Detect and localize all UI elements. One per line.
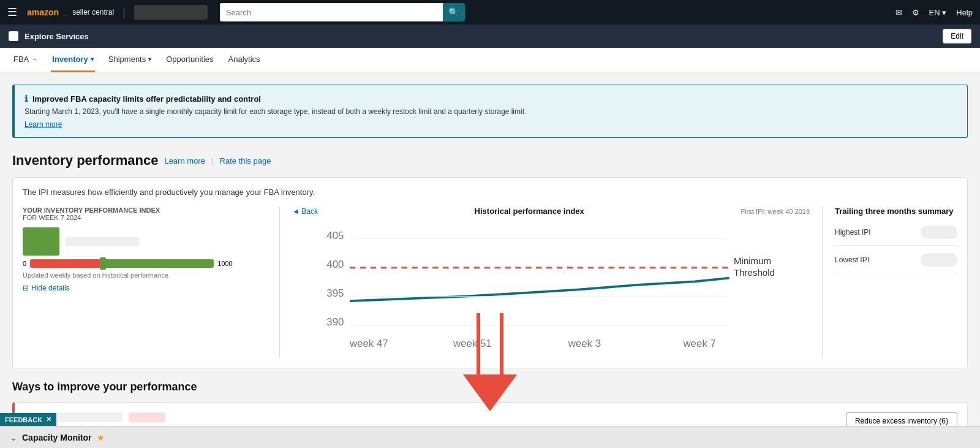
language-selector[interactable]: EN ▾ [929,8,947,17]
amazon-logo: amazon [27,7,59,17]
highest-ipi-label: Highest IPI [835,228,871,237]
inventory-performance-title: Inventory performance Learn more | Rate … [12,153,968,169]
ipi-score-blurred [66,237,139,246]
hamburger-menu[interactable]: ☰ [7,6,17,19]
explore-services-label: Explore Services [24,32,89,41]
top-navigation: ☰ amazon ﹏ seller central | 🔍 ✉ ⚙ EN ▾ H… [0,0,980,25]
historical-chart: 405 400 395 390 Minimum Threshold week 4… [292,218,810,356]
search-container: 🔍 [220,3,465,21]
highest-ipi-value [921,226,957,239]
capacity-monitor-bar: ⌄ Capacity Monitor ★ [0,426,980,448]
inventory-chevron: ▾ [91,56,94,63]
svg-text:week 7: week 7 [682,338,715,349]
svg-text:405: 405 [326,230,344,241]
seller-central-text: seller central [72,8,114,17]
info-banner-title: ℹ Improved FBA capacity limits offer pre… [24,94,957,104]
info-icon: ℹ [24,94,28,104]
lowest-ipi-label: Lowest IPI [835,256,869,264]
svg-text:Minimum: Minimum [734,256,771,266]
svg-text:Threshold: Threshold [734,267,775,278]
analytics-nav-item[interactable]: Analytics [227,48,262,72]
capacity-monitor-label: Capacity Monitor [22,433,92,442]
checkbox[interactable] [9,31,18,41]
ways-to-improve-title: Ways to improve your performance [12,381,968,393]
opportunities-nav-item[interactable]: Opportunities [165,48,214,72]
hide-details-link[interactable]: ⊟ Hide details [23,284,267,292]
shipments-chevron: ▾ [148,56,151,63]
ipi-card: The IPI measures how efficiently and pro… [12,177,968,368]
capacity-star-icon: ★ [97,433,105,442]
ipi-bar-track [30,259,214,268]
lowest-ipi-value [921,253,957,267]
hide-details-icon: ⊟ [23,284,29,292]
ipi-left-panel: YOUR INVENTORY PERFORMANCE INDEX FOR WEE… [23,207,280,358]
edit-button[interactable]: Edit [943,29,971,44]
ipi-chart-panel: ◄ Back Historical performance index Firs… [280,207,823,358]
ipi-description: The IPI measures how efficiently and pro… [23,188,957,197]
sub-navigation: FBA → Inventory ▾ Shipments ▾ Opportunit… [0,48,980,72]
ipi-label: YOUR INVENTORY PERFORMANCE INDEX [23,207,267,214]
improve-title-row [24,412,834,422]
help-link[interactable]: Help [956,8,973,17]
learn-more-perf-link[interactable]: Learn more [164,156,205,165]
trailing-title: Trailing three months summary [835,207,957,216]
settings-icon[interactable]: ⚙ [912,8,919,17]
svg-text:week 47: week 47 [349,338,388,349]
feedback-close-button[interactable]: ✕ [46,416,51,423]
ipi-bar-max: 1000 [217,260,232,267]
top-nav-right: ✉ ⚙ EN ▾ Help [895,8,973,17]
svg-text:week 3: week 3 [568,338,601,349]
inventory-nav-item[interactable]: Inventory ▾ [51,48,95,72]
ipi-bar-thumb [100,257,106,270]
first-ipi-label: First IPI: week 40 2019 [741,208,810,215]
seller-name [134,5,208,20]
svg-text:400: 400 [326,259,344,270]
search-input[interactable] [220,3,443,21]
chart-title: Historical performance index [475,207,584,216]
amazon-smile: ﹏ [62,9,69,18]
ipi-update-text: Updated weekly based on historical perfo… [23,271,267,279]
ipi-trailing-panel: Trailing three months summary Highest IP… [823,207,957,358]
shipments-nav-item[interactable]: Shipments ▾ [107,48,153,72]
ipi-bar-min: 0 [23,260,26,267]
nav-divider: | [123,6,126,19]
search-button[interactable]: 🔍 [443,3,465,21]
main-content: ℹ Improved FBA capacity limits offer pre… [0,72,980,448]
capacity-chevron-icon[interactable]: ⌄ [10,433,17,442]
rate-page-link[interactable]: Rate this page [220,156,271,165]
secondary-bar: Explore Services Edit [0,25,980,48]
svg-text:395: 395 [326,287,344,299]
logo-area: amazon ﹏ seller central [27,7,114,18]
highest-ipi-row: Highest IPI [835,226,957,246]
mail-icon[interactable]: ✉ [895,8,902,17]
fba-arrow: → [31,56,37,63]
info-banner: ℹ Improved FBA capacity limits offer pre… [12,85,968,138]
ipi-week-label: FOR WEEK 7 2024 [23,214,267,221]
ipi-bar-container: 0 1000 [23,259,267,268]
fba-nav-item[interactable]: FBA → [12,48,39,72]
lowest-ipi-row: Lowest IPI [835,253,957,273]
ipi-section: YOUR INVENTORY PERFORMANCE INDEX FOR WEE… [23,207,957,358]
learn-more-link[interactable]: Learn more [24,120,62,129]
ipi-score-box [23,227,59,256]
improve-subtitle-blurred [129,412,165,422]
feedback-badge: FEEDBACK ✕ [0,413,56,426]
back-button[interactable]: ◄ Back [292,207,318,216]
feedback-label: FEEDBACK [5,416,42,423]
ipi-score-row [23,227,267,256]
svg-text:week 51: week 51 [453,338,492,349]
svg-text:390: 390 [326,316,344,328]
